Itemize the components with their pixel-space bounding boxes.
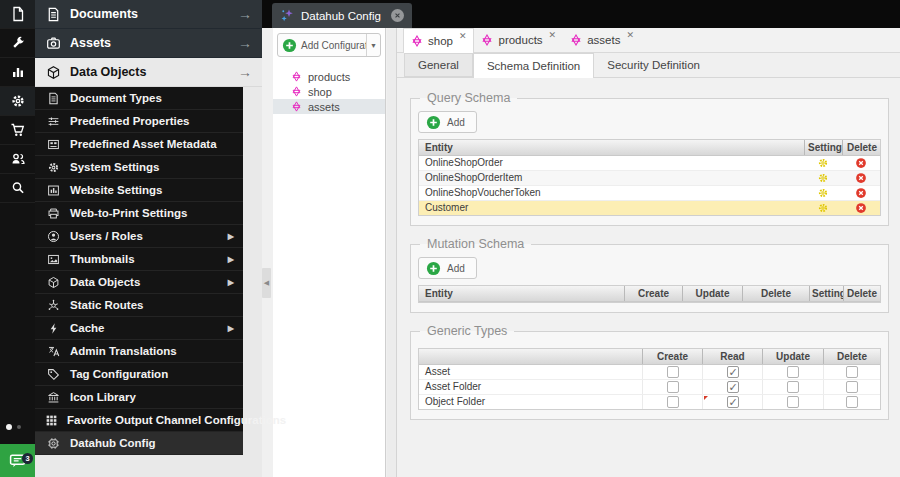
sidebar-section-data-objects[interactable]: Data Objects →: [35, 58, 262, 87]
menu-item-predefined-asset-metadata[interactable]: Predefined Asset Metadata: [35, 133, 243, 156]
row-settings-button[interactable]: [804, 156, 842, 170]
column-header-blank: [419, 349, 642, 364]
panel-splitter[interactable]: [387, 28, 397, 477]
column-header-delete[interactable]: Delete: [842, 140, 880, 155]
section-label: Documents: [70, 7, 138, 21]
column-header-update[interactable]: Update: [762, 349, 823, 364]
row-delete-button[interactable]: [842, 156, 880, 170]
close-icon[interactable]: ✕: [626, 30, 634, 40]
menu-item-datahub-config[interactable]: Datahub Config: [35, 432, 243, 455]
mutation-schema-legend: Mutation Schema: [420, 237, 531, 251]
menu-item-favorite-output-channels[interactable]: Favorite Output Channel Configurations: [35, 409, 243, 432]
table-row[interactable]: OnlineShopOrderItem: [419, 171, 880, 186]
query-schema-grid: Entity Settings Delete OnlineShopOrder O…: [418, 139, 881, 216]
menu-item-icon-library[interactable]: Icon Library: [35, 386, 243, 409]
create-checkbox[interactable]: [667, 381, 679, 393]
row-delete-button[interactable]: [842, 201, 880, 215]
create-checkbox[interactable]: [667, 396, 679, 408]
gear-icon: [817, 187, 829, 199]
sidebar-collapse-handle[interactable]: ◀: [262, 268, 271, 298]
plus-icon: [282, 38, 297, 53]
settings-icon[interactable]: [0, 87, 35, 116]
menu-item-data-objects[interactable]: Data Objects▶: [35, 271, 243, 294]
table-row[interactable]: Asset: [419, 365, 880, 380]
tree-item-products[interactable]: products: [273, 69, 385, 84]
grid-header: Entity Settings Delete: [419, 140, 880, 156]
close-tab-button[interactable]: [391, 9, 404, 22]
table-row[interactable]: OnlineShopOrder: [419, 156, 880, 171]
chat-button[interactable]: 3: [0, 444, 35, 477]
menu-item-static-routes[interactable]: Static Routes: [35, 294, 243, 317]
section-label: Assets: [70, 36, 111, 50]
editor-tab-products[interactable]: products✕: [474, 28, 563, 52]
tools-icon[interactable]: [0, 29, 35, 58]
menu-item-users-roles[interactable]: Users / Roles▶: [35, 225, 243, 248]
column-header-entity[interactable]: Entity: [419, 286, 624, 301]
app-icon-bar: 3: [0, 0, 35, 477]
menu-item-admin-translations[interactable]: Admin Translations: [35, 340, 243, 363]
add-configuration-button[interactable]: Add Configuration ▼: [277, 33, 381, 57]
menu-item-document-types[interactable]: Document Types: [35, 87, 243, 110]
table-row[interactable]: Object Folder: [419, 395, 880, 409]
row-delete-button[interactable]: [842, 171, 880, 185]
read-checkbox[interactable]: [727, 381, 739, 393]
reports-icon[interactable]: [0, 58, 35, 87]
table-row[interactable]: OnlineShopVoucherToken: [419, 186, 880, 201]
row-delete-button[interactable]: [842, 186, 880, 200]
menu-item-tag-configuration[interactable]: Tag Configuration: [35, 363, 243, 386]
tab-schema-definition[interactable]: Schema Definition: [473, 53, 594, 78]
read-checkbox[interactable]: [727, 366, 739, 378]
tree-item-shop[interactable]: shop: [273, 84, 385, 99]
add-configuration-dropdown[interactable]: ▼: [366, 34, 380, 56]
table-row[interactable]: Asset Folder: [419, 380, 880, 395]
column-header-delete[interactable]: Delete: [823, 349, 880, 364]
row-settings-button[interactable]: [804, 201, 842, 215]
users-icon[interactable]: [0, 145, 35, 174]
chevron-right-icon: ▶: [228, 324, 234, 333]
editor-tab-assets[interactable]: assets✕: [563, 28, 641, 52]
delete-checkbox[interactable]: [846, 381, 858, 393]
column-header-update[interactable]: Update: [682, 286, 742, 301]
update-checkbox[interactable]: [787, 366, 799, 378]
delete-checkbox[interactable]: [846, 396, 858, 408]
row-settings-button[interactable]: [804, 171, 842, 185]
editor-tab-shop[interactable]: shop✕: [403, 28, 474, 53]
column-header-settings[interactable]: Settings: [804, 140, 842, 155]
sidebar-section-documents[interactable]: Documents →: [35, 0, 262, 29]
column-header-settings[interactable]: Settings: [809, 286, 843, 301]
close-icon[interactable]: ✕: [549, 30, 557, 40]
menu-item-system-settings[interactable]: System Settings: [35, 156, 243, 179]
mutation-schema-add-button[interactable]: Add: [418, 257, 477, 279]
menu-item-website-settings[interactable]: Website Settings: [35, 179, 243, 202]
tab-security-definition[interactable]: Security Definition: [594, 53, 713, 77]
query-schema-add-button[interactable]: Add: [418, 111, 477, 133]
column-header-read[interactable]: Read: [702, 349, 762, 364]
update-checkbox[interactable]: [787, 381, 799, 393]
status-dots: [0, 424, 35, 430]
menu-item-predefined-properties[interactable]: Predefined Properties: [35, 110, 243, 133]
menu-item-web-to-print[interactable]: Web-to-Print Settings: [35, 202, 243, 225]
tab-general[interactable]: General: [404, 53, 473, 77]
delete-checkbox[interactable]: [846, 366, 858, 378]
read-checkbox[interactable]: [727, 396, 739, 408]
editor-panel: shop✕ products✕ assets✕ General Schema D…: [397, 28, 900, 477]
column-header-delete[interactable]: Delete: [742, 286, 809, 301]
dirty-cell: [702, 395, 762, 409]
ecommerce-cart-icon[interactable]: [0, 116, 35, 145]
documents-icon[interactable]: [0, 0, 35, 29]
search-icon[interactable]: [0, 174, 35, 203]
column-header-create[interactable]: Create: [624, 286, 682, 301]
column-header-create[interactable]: Create: [642, 349, 702, 364]
update-checkbox[interactable]: [787, 396, 799, 408]
column-header-entity[interactable]: Entity: [419, 140, 804, 155]
menu-item-thumbnails[interactable]: Thumbnails▶: [35, 248, 243, 271]
row-settings-button[interactable]: [804, 186, 842, 200]
tree-item-assets[interactable]: assets: [273, 99, 385, 114]
create-checkbox[interactable]: [667, 366, 679, 378]
table-row-highlighted[interactable]: Customer: [419, 201, 880, 215]
sidebar-section-assets[interactable]: Assets →: [35, 29, 262, 58]
workspace-tab-datahub-config[interactable]: Datahub Config: [272, 3, 412, 28]
menu-item-cache[interactable]: Cache▶: [35, 317, 243, 340]
column-header-delete2[interactable]: Delete: [843, 286, 880, 301]
close-icon[interactable]: ✕: [459, 31, 467, 41]
